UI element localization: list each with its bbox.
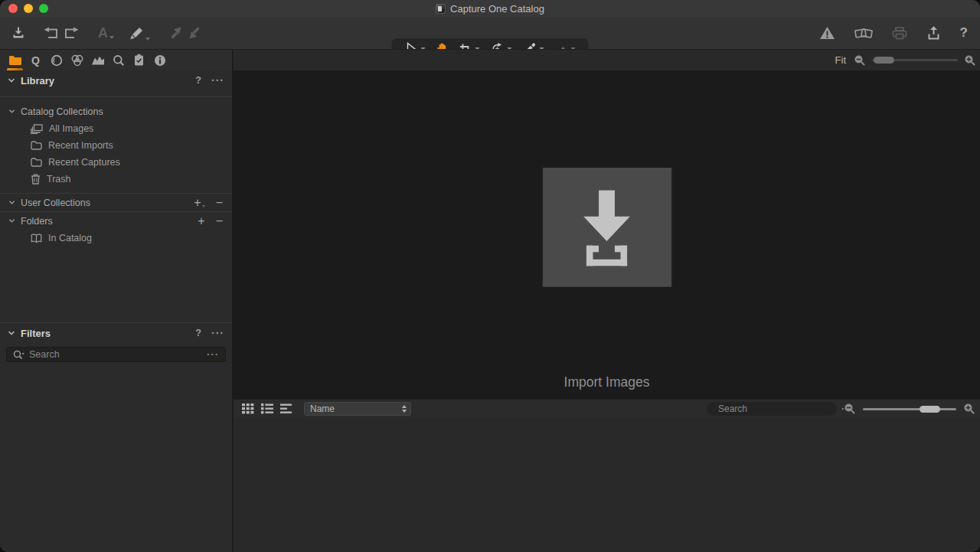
tab-lens[interactable] <box>46 50 67 70</box>
zoom-mode-label[interactable]: Fit <box>835 54 846 66</box>
chevron-down-icon[interactable] <box>8 218 15 224</box>
section-catalog-collections[interactable]: Catalog Collections <box>0 103 232 120</box>
filters-more-button[interactable]: ··· <box>211 330 224 336</box>
thumbnail-zoom-in-icon[interactable] <box>963 403 975 415</box>
toolbar-right-group: ? <box>819 17 968 49</box>
zoom-out-icon[interactable] <box>854 54 866 67</box>
tab-capture[interactable]: Q <box>25 50 46 70</box>
apply-adjustments-button[interactable] <box>188 26 202 40</box>
plus-icon: + <box>194 198 201 207</box>
select-stepper-icon <box>402 405 409 413</box>
section-label: Folders <box>21 216 53 227</box>
tab-library[interactable] <box>5 50 25 70</box>
import-images-dropzone[interactable] <box>543 168 671 286</box>
filters-panel: Filters ? ··· ··· <box>0 322 232 362</box>
copy-adjustments-icon <box>168 26 182 40</box>
export-icon <box>926 25 941 41</box>
capture-q-icon: Q <box>31 55 40 66</box>
tab-metadata[interactable] <box>149 50 170 70</box>
filters-search-input[interactable] <box>29 349 202 360</box>
zoom-in-icon[interactable] <box>964 54 976 67</box>
main-toolbar: A <box>0 17 980 49</box>
slider-track <box>863 408 956 410</box>
library-help-button[interactable]: ? <box>195 75 201 86</box>
tab-details[interactable] <box>108 50 129 70</box>
library-folder-icon <box>8 55 22 66</box>
app-icon <box>436 4 446 14</box>
folder-icon <box>31 141 42 150</box>
list-item-all-images[interactable]: All Images <box>0 120 232 137</box>
section-folders[interactable]: Folders + − <box>0 211 232 230</box>
browser-toolbar: Name ··· <box>234 399 980 418</box>
info-icon <box>154 54 166 67</box>
styles-button[interactable]: A <box>98 27 114 39</box>
grid-view-icon[interactable] <box>242 403 254 414</box>
filters-search-field[interactable]: ··· <box>6 347 226 362</box>
item-label: Trash <box>47 174 71 185</box>
library-panel-title: Library <box>21 75 54 87</box>
library-panel-header: Library ? ··· <box>0 70 232 90</box>
chevron-down-icon[interactable] <box>8 200 15 205</box>
viewer-zoom-slider[interactable] <box>872 55 958 65</box>
filters-help-button[interactable]: ? <box>195 328 201 338</box>
import-button[interactable] <box>11 25 26 41</box>
browser-search-field[interactable]: ··· <box>707 402 837 416</box>
thumbnail-zoom-out-icon[interactable] <box>844 403 856 415</box>
apply-adjustments-icon <box>188 26 202 40</box>
print-icon <box>892 27 907 40</box>
viewer-area: Import Images <box>234 70 980 399</box>
remove-folder-button[interactable]: − <box>216 217 223 226</box>
magnifier-icon <box>113 54 125 67</box>
style-brush-button[interactable] <box>129 26 150 41</box>
item-label: Recent Captures <box>48 157 120 168</box>
thumbnail-zoom-slider[interactable] <box>863 404 956 414</box>
warnings-button[interactable] <box>819 26 835 40</box>
list-item-trash[interactable]: Trash <box>0 171 232 188</box>
add-folder-button[interactable]: + <box>198 217 204 226</box>
book-icon <box>31 234 42 243</box>
library-more-button[interactable]: ··· <box>211 77 224 83</box>
slider-thumb[interactable] <box>920 406 940 413</box>
export-button[interactable] <box>926 25 941 41</box>
import-arrow-icon <box>570 185 644 270</box>
copy-adjustments-button[interactable] <box>168 26 182 40</box>
tab-adjustments[interactable] <box>129 50 149 70</box>
tab-color[interactable] <box>67 50 87 70</box>
rotate-left-icon <box>43 27 59 40</box>
rotate-right-button[interactable] <box>64 27 80 40</box>
list-item-in-catalog[interactable]: In Catalog <box>0 230 232 247</box>
details-view-icon[interactable] <box>280 403 292 414</box>
item-label: All Images <box>49 123 93 134</box>
browser-search-input[interactable] <box>718 403 837 414</box>
section-user-collections[interactable]: User Collections + − <box>0 193 232 211</box>
folder-icon <box>31 158 42 167</box>
chevron-down-icon[interactable] <box>8 109 15 114</box>
print-button[interactable] <box>892 27 907 40</box>
rotate-left-button[interactable] <box>43 27 59 40</box>
add-collection-button[interactable]: + <box>194 198 204 207</box>
thumbnail-browser-area[interactable] <box>234 418 980 552</box>
toolbar-left-group: A <box>11 17 202 49</box>
capture-pilot-icon <box>854 27 873 40</box>
list-item-recent-captures[interactable]: Recent Captures <box>0 154 232 171</box>
remove-collection-button[interactable]: − <box>216 198 223 207</box>
chevron-down-icon[interactable] <box>8 77 15 83</box>
search-options-button[interactable]: ··· <box>207 352 219 357</box>
chevron-down-icon[interactable] <box>8 330 15 336</box>
warning-icon <box>819 26 835 40</box>
item-label: In Catalog <box>48 233 92 243</box>
capture-pilot-button[interactable] <box>854 27 873 40</box>
lens-icon <box>51 54 63 67</box>
sort-select[interactable]: Name <box>304 402 411 416</box>
rotate-right-icon <box>64 27 80 40</box>
list-item-recent-imports[interactable]: Recent Imports <box>0 137 232 154</box>
list-view-icon[interactable] <box>261 403 273 414</box>
tab-exposure[interactable] <box>87 50 108 70</box>
tool-tab-strip: Q <box>0 49 232 70</box>
sort-select-value: Name <box>310 403 335 414</box>
brush-caret-icon <box>145 38 150 41</box>
window-title-area: Capture One Catalog <box>0 0 980 17</box>
slider-thumb[interactable] <box>874 57 894 64</box>
item-label: Recent Imports <box>48 140 113 151</box>
help-button[interactable]: ? <box>960 25 968 41</box>
